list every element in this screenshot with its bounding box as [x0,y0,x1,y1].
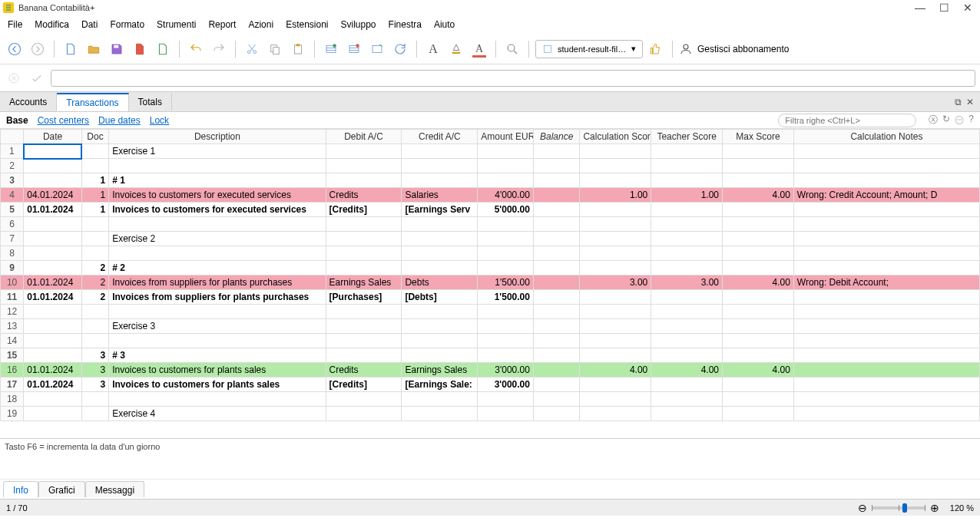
row-number[interactable]: 15 [1,348,24,363]
cell[interactable] [109,392,326,407]
cell[interactable] [651,334,723,348]
cell[interactable] [651,378,723,392]
cell[interactable] [109,159,326,173]
cell[interactable] [402,392,478,407]
table-row[interactable]: 1101.01.20242Invoices from suppliers for… [1,290,980,305]
cell[interactable] [793,407,979,421]
cell[interactable] [533,290,580,305]
cell[interactable] [402,144,478,159]
cell[interactable]: 3 [81,348,108,363]
copy-button[interactable] [265,39,285,59]
cell[interactable] [580,407,651,421]
cell[interactable] [533,407,580,421]
cell[interactable]: Invoices from suppliers for plants purch… [109,290,326,305]
cell[interactable] [402,348,478,363]
row-number[interactable]: 6 [1,217,24,232]
col-header[interactable]: Balance [533,130,580,144]
cell[interactable] [580,246,651,261]
menu-report[interactable]: Report [207,18,237,31]
sheet-tab-transactions[interactable]: Transactions [57,93,128,111]
cell[interactable] [478,334,534,348]
cell[interactable]: 3.00 [580,275,651,290]
cell[interactable] [723,159,794,173]
cell[interactable]: 5'000.00 [478,203,534,217]
cell[interactable]: Exercise 4 [109,407,326,421]
cell[interactable] [326,232,402,246]
cell[interactable]: 01.01.2024 [24,275,82,290]
refresh-button[interactable] [390,39,410,59]
file-selector[interactable]: student-result-file-... ▾ [535,40,643,58]
cell[interactable] [109,246,326,261]
cell[interactable]: Credits [326,188,402,203]
menu-sviluppo[interactable]: Sviluppo [339,18,378,31]
cell[interactable]: Debts [402,275,478,290]
help-icon[interactable]: ? [968,114,974,127]
cell[interactable] [793,290,979,305]
cut-button[interactable] [242,39,262,59]
col-header[interactable] [1,130,24,144]
cell[interactable] [651,144,723,159]
table-row[interactable]: 1001.01.20242Invoices from suppliers for… [1,275,980,290]
cell[interactable]: 1 [81,173,108,188]
cell[interactable]: 01.01.2024 [24,378,82,392]
refresh-filter-icon[interactable]: ↻ [942,114,950,127]
subscription-button[interactable]: Gestisci abbonamento [679,42,789,56]
cell[interactable]: 2 [81,275,108,290]
cell[interactable] [533,305,580,319]
table-row[interactable]: 6 [1,217,980,232]
row-number[interactable]: 18 [1,392,24,407]
cell[interactable]: 4.00 [723,363,794,378]
cell[interactable] [24,334,82,348]
cell[interactable]: 1 [81,188,108,203]
cell[interactable] [533,246,580,261]
cell[interactable] [81,144,108,159]
cell[interactable] [651,232,723,246]
cell[interactable]: 4.00 [723,275,794,290]
row-number[interactable]: 2 [1,159,24,173]
search-button[interactable] [502,39,522,59]
cell[interactable] [651,203,723,217]
cell[interactable] [793,378,979,392]
cell[interactable] [723,246,794,261]
cell[interactable] [402,173,478,188]
cell[interactable]: 3.00 [651,275,723,290]
cell[interactable] [533,159,580,173]
row-number[interactable]: 7 [1,232,24,246]
cell[interactable] [793,246,979,261]
cell[interactable] [109,305,326,319]
menu-dati[interactable]: Dati [80,18,99,31]
cell[interactable] [723,407,794,421]
cell[interactable]: Earnings Sales [402,363,478,378]
cell[interactable]: [Earnings Serv [402,203,478,217]
menu-modifica[interactable]: Modifica [33,18,71,31]
row-number[interactable]: 10 [1,275,24,290]
cell[interactable] [580,203,651,217]
table-row[interactable]: 14 [1,334,980,348]
cell[interactable]: 3 [81,363,108,378]
cell[interactable] [24,173,82,188]
cell[interactable] [402,319,478,334]
open-file-button[interactable] [84,39,104,59]
cell[interactable]: 01.01.2024 [24,203,82,217]
cell[interactable]: # 2 [109,261,326,275]
cell[interactable] [24,261,82,275]
cell[interactable] [651,246,723,261]
close-panel-button[interactable]: ✕ [966,97,974,107]
cell[interactable] [793,232,979,246]
row-number[interactable]: 19 [1,407,24,421]
nav-back-button[interactable] [5,39,25,59]
cell[interactable] [580,378,651,392]
cell[interactable] [326,407,402,421]
cell[interactable] [24,348,82,363]
cell[interactable] [326,144,402,159]
cell[interactable] [326,319,402,334]
table-row[interactable]: 8 [1,246,980,261]
cell[interactable] [723,319,794,334]
cell[interactable] [533,348,580,363]
text-color-button[interactable]: A [469,39,489,59]
cell[interactable] [793,159,979,173]
cell[interactable]: 1.00 [580,188,651,203]
cell[interactable] [24,392,82,407]
cell[interactable] [580,173,651,188]
cell[interactable]: Invoices from suppliers for plants purch… [109,275,326,290]
